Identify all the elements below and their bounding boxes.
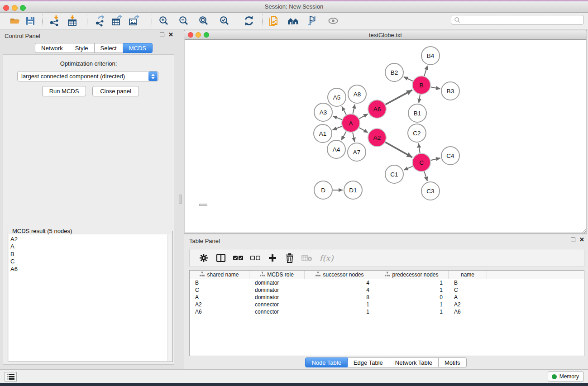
column-label: successor nodes — [323, 272, 363, 278]
graph-node-A5[interactable]: A5 — [328, 88, 346, 106]
tab-mcds[interactable]: MCDS — [123, 43, 153, 53]
network-from-selection-button[interactable] — [265, 14, 282, 28]
apply-layout-button[interactable] — [241, 14, 257, 28]
column-header-predecessor-nodes[interactable]: predecessor nodes — [375, 271, 449, 279]
graph-node-D1[interactable]: D1 — [344, 181, 362, 199]
cell-predecessor-nodes: 1 — [375, 308, 449, 315]
graph-node-D[interactable]: D — [314, 181, 332, 199]
table-options-button[interactable] — [195, 251, 212, 265]
tab-style[interactable]: Style — [69, 43, 95, 53]
window-title: Session: New Session — [0, 3, 588, 10]
graph-node-A2[interactable]: A2 — [368, 129, 386, 147]
table-row[interactable]: A6connector11A6 — [190, 308, 584, 315]
toolbar-separator — [87, 14, 87, 27]
result-item[interactable]: C — [10, 258, 167, 265]
horizontal-splitter-grip[interactable] — [199, 204, 207, 206]
show-panels-button[interactable] — [5, 372, 17, 381]
network-canvas[interactable]: B4B2BB3B1A5A8A6A3AA1A2C2A4A7CC1C4C3DD1 — [185, 39, 586, 233]
table-row[interactable]: Adominator80A — [190, 294, 584, 301]
memory-button[interactable]: Memory — [548, 372, 584, 381]
columns-icon — [216, 253, 226, 262]
tab-select[interactable]: Select — [95, 43, 123, 53]
tab-edge-table[interactable]: Edge Table — [348, 357, 389, 367]
column-header-name[interactable]: name — [449, 271, 487, 279]
edge-A-A8 — [353, 104, 355, 114]
graph-node-C2[interactable]: C2 — [408, 124, 426, 142]
zoom-out-button[interactable] — [176, 14, 192, 28]
cell-shared-name: A2 — [190, 301, 249, 308]
delete-table-button[interactable] — [298, 251, 316, 265]
table-row[interactable]: A2connector11A2 — [190, 301, 584, 308]
float-panel-icon[interactable] — [571, 238, 575, 242]
graph-node-B[interactable]: B — [412, 76, 430, 94]
open-file-button[interactable] — [7, 14, 23, 28]
zoom-in-button[interactable] — [156, 14, 172, 28]
graph-node-B1[interactable]: B1 — [408, 104, 426, 122]
first-neighbors-button[interactable] — [285, 14, 301, 28]
graph-node-A4[interactable]: A4 — [327, 140, 345, 158]
zoom-fit-button[interactable] — [196, 14, 212, 28]
result-item[interactable]: B — [10, 251, 167, 258]
close-panel-icon[interactable]: ✕ — [579, 238, 584, 242]
graph-node-A7[interactable]: A7 — [348, 143, 366, 161]
criterion-dropdown[interactable]: largest connected component (directed) — [17, 71, 158, 81]
graph-node-B2[interactable]: B2 — [385, 63, 403, 81]
table-row[interactable]: Cdominator41C — [190, 286, 584, 294]
select-all-button[interactable] — [229, 251, 247, 265]
tab-motifs[interactable]: Motifs — [439, 357, 467, 367]
cell-successor-nodes: 4 — [305, 279, 375, 286]
export-network-button[interactable] — [92, 14, 108, 28]
tab-network-table[interactable]: Network Table — [389, 357, 439, 367]
run-mcds-button[interactable]: Run MCDS — [42, 86, 86, 96]
hide-selected-button[interactable] — [304, 14, 320, 28]
table-row[interactable]: Bdominator41B — [190, 279, 584, 286]
graph-node-B4[interactable]: B4 — [421, 47, 440, 65]
eye-icon — [327, 15, 339, 26]
graph-node-C4[interactable]: C4 — [441, 147, 459, 165]
show-column-button[interactable] — [212, 251, 229, 265]
graph-node-A[interactable]: A — [342, 114, 360, 132]
vertical-splitter[interactable] — [177, 30, 184, 369]
result-list-scrollbar[interactable] — [167, 234, 172, 361]
mcds-result-list[interactable]: A2ABCA6 — [9, 234, 167, 361]
graph-node-A1[interactable]: A1 — [314, 124, 332, 143]
resize-grip-icon[interactable] — [581, 228, 587, 233]
svg-text:A8: A8 — [354, 91, 361, 98]
float-panel-icon[interactable] — [160, 33, 164, 37]
function-builder-button[interactable]: f(x) — [316, 251, 337, 265]
deselect-all-button[interactable] — [247, 251, 264, 265]
graph-node-B3[interactable]: B3 — [441, 82, 459, 100]
close-panel-button[interactable]: Close panel — [92, 86, 139, 96]
graph-node-A8[interactable]: A8 — [348, 85, 366, 103]
import-table-button[interactable] — [64, 14, 81, 28]
zoom-selected-button[interactable] — [216, 14, 233, 28]
column-header-successor-nodes[interactable]: successor nodes — [305, 271, 375, 279]
add-column-button[interactable] — [264, 251, 281, 265]
export-image-button[interactable] — [126, 14, 142, 28]
import-network-button[interactable] — [47, 14, 63, 28]
splitter-grip[interactable] — [179, 195, 182, 204]
dropdown-stepper-icon — [148, 71, 158, 81]
edge-C-C1 — [404, 166, 413, 170]
column-header-shared-name[interactable]: shared name — [190, 271, 249, 279]
delete-column-button[interactable] — [281, 251, 298, 265]
save-session-button[interactable] — [22, 14, 38, 28]
result-item[interactable]: A2 — [10, 236, 167, 243]
result-item[interactable]: A6 — [10, 266, 167, 273]
search-input[interactable] — [451, 15, 584, 25]
graph-node-A3[interactable]: A3 — [314, 103, 332, 121]
graph-node-C[interactable]: C — [412, 153, 430, 172]
cell-predecessor-nodes: 1 — [375, 286, 449, 294]
tab-node-table[interactable]: Node Table — [305, 357, 348, 367]
result-item[interactable]: A — [10, 243, 167, 250]
network-frame-titlebar[interactable]: testGlobe.txt — [184, 30, 587, 39]
cell-predecessor-nodes: 0 — [375, 294, 449, 301]
graph-node-A6[interactable]: A6 — [368, 100, 386, 118]
graph-node-C1[interactable]: C1 — [385, 165, 403, 183]
show-all-button[interactable] — [325, 14, 341, 28]
close-panel-icon[interactable]: ✕ — [168, 33, 173, 37]
column-header-MCDS-role[interactable]: MCDS role — [249, 271, 305, 279]
export-table-button[interactable] — [109, 14, 125, 28]
graph-node-C3[interactable]: C3 — [421, 182, 440, 200]
tab-network[interactable]: Network — [35, 43, 69, 53]
